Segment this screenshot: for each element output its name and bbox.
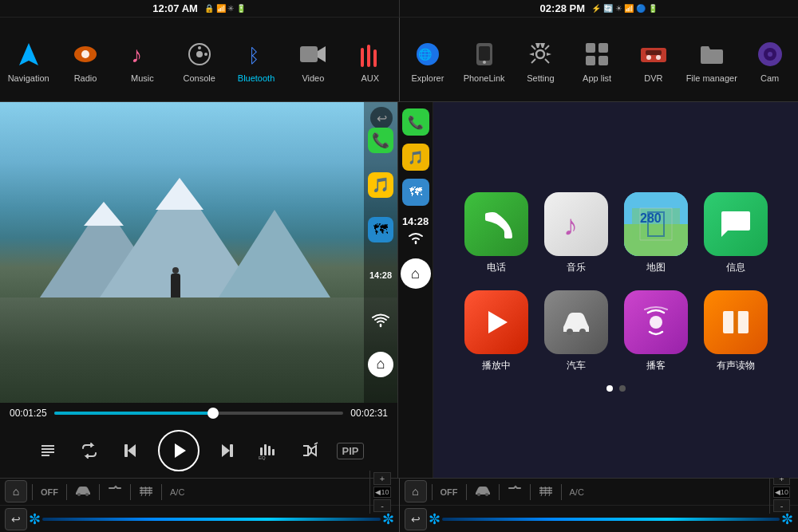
back-icon-right[interactable]: ↩ — [405, 508, 427, 530]
maps-app-icon[interactable]: 🗺 — [402, 179, 429, 206]
svg-text:280: 280 — [640, 211, 662, 225]
music-icon: ♪ — [124, 37, 160, 72]
divider2 — [66, 484, 67, 500]
nav-item-phonelink[interactable]: PhoneLink — [460, 37, 508, 83]
app-icon-playing — [464, 290, 528, 354]
back-icon-left[interactable]: ↩ — [5, 508, 27, 530]
app-item-phone[interactable]: 电话 — [464, 192, 528, 274]
svg-point-5 — [196, 51, 203, 57]
phonelink-icon — [467, 37, 502, 72]
eq-button[interactable]: EQ — [254, 436, 282, 465]
car-btn-left[interactable] — [72, 483, 94, 500]
ac-mode-btn-right[interactable] — [504, 483, 525, 500]
svg-rect-43 — [272, 449, 275, 455]
svg-rect-22 — [586, 56, 595, 65]
page-dot-2[interactable] — [619, 385, 626, 392]
ac-btn-right[interactable]: A/C — [567, 486, 587, 499]
radio-icon — [68, 37, 103, 72]
bottom-right-row1: ⌂ OFF — [400, 479, 799, 506]
svg-point-18 — [483, 61, 486, 64]
off-button-right[interactable]: OFF — [437, 486, 461, 499]
left-panel: ↩ 📞 🎵 🗺 14:28 ⌂ — [0, 102, 398, 478]
svg-rect-36 — [124, 444, 128, 457]
app-item-music[interactable]: ♪ 音乐 — [544, 192, 608, 274]
ac-btn-left[interactable]: A/C — [167, 486, 188, 499]
music-sidebar-icon[interactable]: 🎵 — [368, 172, 393, 198]
app-icon-phone — [464, 192, 528, 256]
nav-item-filemanager[interactable]: File manager — [686, 37, 737, 83]
fan-icon2-right: ✼ — [781, 510, 793, 528]
left-nav: Navigation Radio ♪ Music — [0, 18, 400, 102]
nav-item-console[interactable]: Console — [176, 37, 223, 83]
divider9 — [530, 484, 531, 500]
playlist-button[interactable] — [34, 436, 62, 465]
bottom-left: ⌂ OFF — [0, 479, 400, 532]
svg-rect-42 — [268, 446, 271, 455]
svg-rect-41 — [264, 444, 267, 455]
nav-item-applist[interactable]: App list — [573, 37, 621, 83]
navigation-icon — [11, 37, 46, 72]
svg-text:ᛒ: ᛒ — [248, 45, 259, 66]
app-icon-music: ♪ — [544, 192, 608, 256]
nav-item-video[interactable]: Video — [289, 37, 337, 83]
app-item-playing[interactable]: 播放中 — [464, 290, 528, 372]
svg-rect-17 — [479, 46, 490, 61]
car-btn-right[interactable] — [472, 483, 494, 500]
divider4 — [130, 484, 131, 500]
svg-marker-37 — [175, 443, 186, 458]
nav-item-aux[interactable]: AUX — [346, 37, 394, 83]
divider10 — [561, 484, 562, 500]
divider1 — [32, 484, 33, 500]
home-icon-right[interactable]: ⌂ — [405, 480, 427, 502]
ac-mode-btn-left[interactable] — [105, 483, 125, 500]
page-dot-1[interactable] — [606, 385, 613, 392]
nav-item-bluetooth[interactable]: ᛒ Bluetooth — [232, 37, 280, 83]
right-panel: 📞 🎵 🗺 14:28 ⌂ — [398, 102, 798, 478]
audio-settings-button[interactable] — [295, 436, 324, 465]
next-button[interactable] — [212, 436, 241, 465]
defrost-btn-left[interactable] — [136, 483, 156, 500]
nav-item-explorer[interactable]: 🌐 Explorer — [404, 37, 452, 83]
nav-item-navigation[interactable]: Navigation — [5, 37, 53, 83]
nav-item-setting[interactable]: Setting — [516, 37, 564, 83]
svg-point-54 — [567, 329, 573, 335]
fan-icon-left: ✼ — [29, 510, 41, 528]
maps-sidebar-icon[interactable]: 🗺 — [368, 217, 393, 242]
home-icon-left[interactable]: ⌂ — [5, 480, 27, 502]
svg-text:♪: ♪ — [563, 209, 578, 242]
progress-bar[interactable] — [54, 412, 343, 415]
mountain-snow1 — [84, 202, 124, 226]
status-left: 12:07 AM 🔒 📶 ✳ 🔋 — [0, 0, 400, 18]
play-button[interactable] — [158, 430, 200, 471]
app-item-audiobooks[interactable]: 有声读物 — [704, 290, 768, 372]
app-item-messages[interactable]: 信息 — [704, 192, 768, 274]
app-item-maps[interactable]: 280 地图 — [624, 192, 688, 274]
svg-rect-11 — [361, 48, 364, 67]
svg-point-55 — [579, 329, 586, 335]
off-button-left[interactable]: OFF — [38, 486, 61, 499]
prev-button[interactable] — [117, 436, 145, 465]
wifi-icon — [402, 227, 429, 249]
phone-sidebar-icon[interactable]: 📞 — [368, 128, 393, 153]
nav-item-radio[interactable]: Radio — [61, 37, 109, 83]
nav-item-cam[interactable]: Cam — [746, 37, 794, 83]
total-time: 00:02:31 — [350, 408, 388, 419]
defrost-btn-right[interactable] — [535, 483, 556, 500]
time-sidebar-label: 14:28 — [361, 262, 397, 288]
home-circle-button[interactable]: ⌂ — [401, 258, 431, 289]
progress-area: 00:01:25 00:02:31 — [0, 403, 397, 424]
home-sidebar-btn[interactable]: ⌂ — [368, 352, 393, 377]
svg-point-7 — [204, 53, 207, 56]
right-status-icons: ⚡ 🔄 ☀ 📶 🔵 🔋 — [591, 4, 658, 13]
svg-point-63 — [485, 493, 488, 496]
music-app-icon[interactable]: 🎵 — [402, 144, 429, 171]
pip-label[interactable]: PIP — [337, 443, 365, 459]
app-icon-podcast — [624, 290, 688, 354]
phone-app-icon[interactable]: 📞 — [402, 108, 429, 136]
nav-item-music[interactable]: ♪ Music — [118, 37, 166, 83]
app-item-car[interactable]: 汽车 — [544, 290, 608, 372]
nav-item-dvr[interactable]: DVR — [630, 37, 678, 83]
repeat-button[interactable] — [75, 436, 104, 465]
vol-plus-left[interactable]: + — [373, 472, 390, 485]
app-item-podcast[interactable]: 播客 — [624, 290, 688, 372]
